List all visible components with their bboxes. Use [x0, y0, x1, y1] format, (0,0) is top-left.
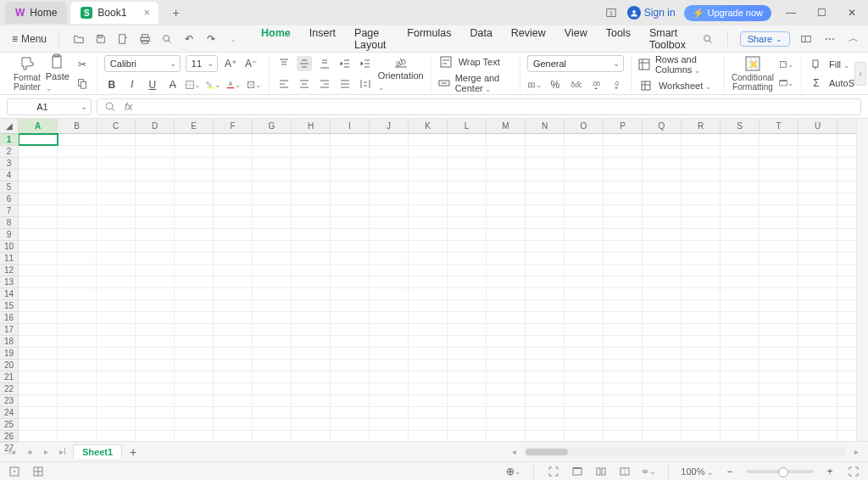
print-preview-icon[interactable]: [159, 31, 175, 47]
cell[interactable]: [643, 336, 682, 347]
cell[interactable]: [253, 276, 292, 287]
cell[interactable]: [682, 241, 721, 252]
cell[interactable]: [331, 288, 370, 299]
upgrade-button[interactable]: ⚡ Upgrade now: [684, 5, 771, 21]
zoom-slider[interactable]: [746, 470, 814, 473]
cell[interactable]: [58, 146, 97, 157]
cell[interactable]: [58, 253, 97, 264]
cell[interactable]: [721, 241, 760, 252]
cell[interactable]: [526, 229, 565, 240]
cell[interactable]: [487, 360, 526, 371]
cell[interactable]: [214, 217, 253, 228]
row-header[interactable]: 17: [0, 324, 18, 336]
cell[interactable]: [58, 229, 97, 240]
collapse-ribbon-icon[interactable]: ︿: [846, 31, 861, 47]
cell[interactable]: [214, 288, 253, 299]
fit-to-window-icon[interactable]: [546, 464, 561, 479]
cell[interactable]: [370, 288, 409, 299]
cell[interactable]: [682, 276, 721, 287]
borders-button[interactable]: [186, 77, 201, 92]
cell[interactable]: [682, 336, 721, 347]
cell[interactable]: [448, 217, 487, 228]
cell[interactable]: [643, 193, 682, 204]
cell[interactable]: [682, 217, 721, 228]
cell[interactable]: [58, 170, 97, 181]
cell[interactable]: [97, 431, 136, 441]
cell[interactable]: [760, 205, 798, 216]
cell[interactable]: [409, 241, 448, 252]
cell[interactable]: [331, 276, 370, 287]
cell[interactable]: [331, 312, 370, 323]
cell[interactable]: [448, 300, 487, 311]
cell[interactable]: [253, 229, 292, 240]
row-header[interactable]: 11: [0, 253, 18, 265]
cell[interactable]: [136, 312, 175, 323]
ribbon-tab-formulas[interactable]: Formulas: [398, 22, 459, 56]
cell[interactable]: [682, 253, 721, 264]
cell[interactable]: [331, 431, 370, 441]
cell[interactable]: [370, 360, 409, 371]
cell[interactable]: [136, 276, 175, 287]
more-icon[interactable]: ⋯: [822, 31, 837, 47]
sheet-nav-last[interactable]: ▸I: [56, 447, 70, 456]
row-header[interactable]: 25: [0, 419, 18, 431]
cell[interactable]: [19, 134, 58, 145]
cell[interactable]: [448, 360, 487, 371]
cell[interactable]: [214, 395, 253, 406]
undo-icon[interactable]: ↶: [181, 31, 197, 47]
column-header[interactable]: J: [370, 119, 409, 133]
cell[interactable]: [409, 205, 448, 216]
column-header[interactable]: R: [682, 119, 721, 133]
fill-button[interactable]: Fill: [809, 57, 854, 72]
cell[interactable]: [292, 229, 331, 240]
cell[interactable]: [721, 134, 760, 145]
cell[interactable]: [721, 253, 760, 264]
menu-button[interactable]: ≡ Menu: [7, 31, 52, 47]
cell[interactable]: [97, 383, 136, 394]
column-header[interactable]: I: [331, 119, 370, 133]
export-pdf-icon[interactable]: [115, 31, 131, 47]
cell[interactable]: [682, 158, 721, 169]
cell[interactable]: [175, 217, 214, 228]
zoom-out-button[interactable]: −: [722, 464, 737, 479]
cell[interactable]: [97, 324, 136, 335]
cell[interactable]: [760, 419, 798, 430]
cell[interactable]: [760, 253, 798, 264]
cell[interactable]: [292, 431, 331, 441]
cell[interactable]: [798, 181, 837, 193]
cell[interactable]: [97, 205, 136, 216]
cell[interactable]: [526, 134, 565, 145]
cell[interactable]: [292, 419, 331, 430]
cell[interactable]: [760, 193, 798, 204]
cell[interactable]: [370, 324, 409, 335]
cell[interactable]: [331, 217, 370, 228]
cell[interactable]: [798, 419, 837, 430]
cell[interactable]: [721, 288, 760, 299]
cell[interactable]: [331, 146, 370, 157]
cell[interactable]: [721, 395, 760, 406]
cell[interactable]: [58, 383, 97, 394]
cell[interactable]: [175, 265, 214, 276]
cell[interactable]: [604, 146, 643, 157]
cell[interactable]: [136, 371, 175, 382]
cell[interactable]: [331, 265, 370, 276]
cell[interactable]: [565, 371, 604, 382]
cell[interactable]: [97, 312, 136, 323]
row-header[interactable]: 15: [0, 300, 18, 312]
save-icon[interactable]: [93, 31, 108, 47]
cell[interactable]: [253, 360, 292, 371]
cell[interactable]: [292, 158, 331, 169]
cell[interactable]: [292, 360, 331, 371]
cell[interactable]: [292, 181, 331, 193]
cell[interactable]: [526, 181, 565, 193]
cell[interactable]: [58, 348, 97, 359]
cell[interactable]: [565, 276, 604, 287]
clear-format-button[interactable]: [247, 77, 262, 92]
cell[interactable]: [798, 348, 837, 359]
cell[interactable]: [565, 324, 604, 335]
print-icon[interactable]: [137, 31, 153, 47]
align-middle-icon[interactable]: [297, 56, 312, 71]
cell[interactable]: [136, 217, 175, 228]
cell[interactable]: [798, 395, 837, 406]
row-header[interactable]: 26: [0, 431, 18, 443]
